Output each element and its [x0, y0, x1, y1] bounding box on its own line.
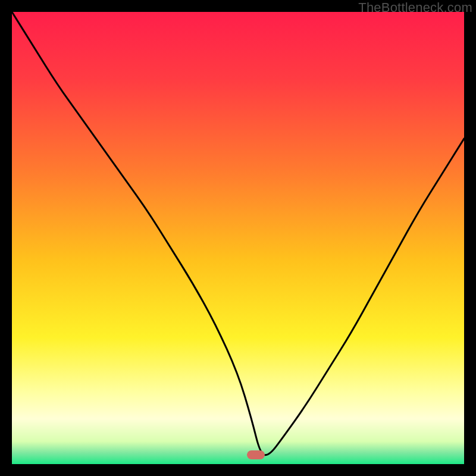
watermark-label: TheBottleneck.com	[358, 0, 472, 15]
optimal-point-marker	[247, 450, 265, 459]
chart-frame: TheBottleneck.com	[0, 0, 476, 476]
bottleneck-curve	[12, 12, 464, 464]
plot-area	[12, 12, 464, 464]
